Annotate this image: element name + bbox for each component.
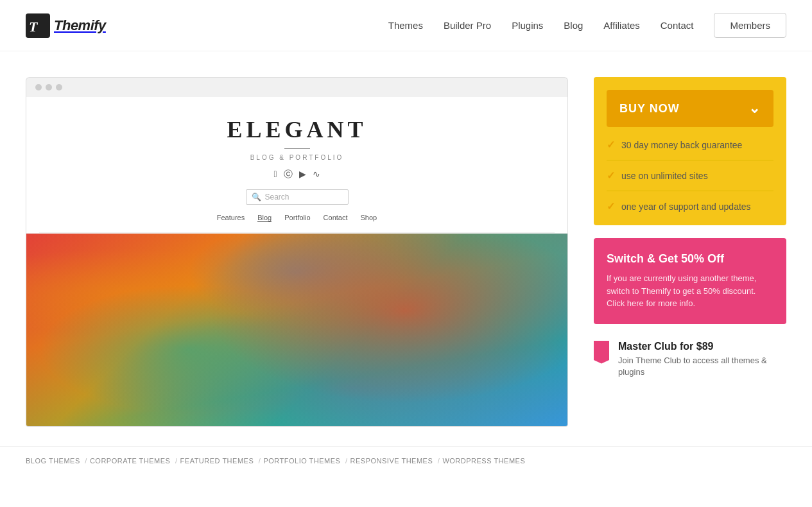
nav-link-contact: Contact (324, 214, 348, 222)
theme-tags: BLOG THEMES CORPORATE THEMES FEATURED TH… (0, 446, 812, 475)
switch-title: Switch & Get 50% Off (607, 252, 773, 266)
browser-body: ELEGANT BLOG & PORTFOLIO  ⓒ ▶ ∿ 🔍 Searc… (26, 97, 568, 427)
facebook-icon:  (273, 169, 277, 180)
logo-svg: T (26, 13, 50, 38)
guarantee-list: ✓ 30 day money back guarantee ✓ use on u… (607, 139, 773, 212)
nav-link-features: Features (217, 214, 245, 222)
tag-corporate-themes[interactable]: CORPORATE THEMES (90, 457, 180, 465)
nav-themes[interactable]: Themes (388, 20, 423, 31)
members-button[interactable]: Members (714, 13, 786, 38)
bookmark-icon (594, 341, 609, 364)
site-header: T Themify Themes Builder Pro Plugins Blo… (0, 0, 812, 51)
browser-dot-3 (56, 84, 62, 90)
browser-chrome (26, 77, 568, 97)
tag-wordpress-themes[interactable]: WORDPRESS THEMES (442, 457, 525, 465)
theme-social-icons:  ⓒ ▶ ∿ (39, 169, 555, 180)
switch-box: Switch & Get 50% Off If you are currentl… (594, 238, 786, 324)
nav-link-blog: Blog (257, 214, 272, 222)
search-icon: 🔍 (252, 193, 261, 202)
guarantee-text-2: use on unlimited sites (621, 171, 708, 181)
nav-builder-pro[interactable]: Builder Pro (444, 20, 491, 31)
nav-link-portfolio: Portfolio (284, 214, 310, 222)
svg-text:T: T (29, 19, 39, 35)
main-content: ELEGANT BLOG & PORTFOLIO  ⓒ ▶ ∿ 🔍 Searc… (0, 51, 812, 446)
theme-hero-image (26, 234, 567, 426)
theme-divider (284, 148, 310, 149)
twitter-icon: ⓒ (284, 169, 293, 180)
check-icon-1: ✓ (607, 139, 615, 151)
theme-preview: ELEGANT BLOG & PORTFOLIO  ⓒ ▶ ∿ 🔍 Searc… (26, 77, 568, 427)
rss-icon: ∿ (313, 169, 320, 180)
theme-title: ELEGANT (39, 116, 555, 143)
theme-nav-links: Features Blog Portfolio Contact Shop (39, 214, 555, 233)
nav-link-shop: Shop (361, 214, 377, 222)
search-placeholder: Search (265, 193, 289, 202)
theme-mockup: ELEGANT BLOG & PORTFOLIO  ⓒ ▶ ∿ 🔍 Searc… (26, 97, 567, 234)
guarantee-item-3: ✓ one year of support and updates (607, 200, 773, 212)
guarantee-text-1: 30 day money back guarantee (621, 140, 742, 150)
buy-now-button[interactable]: BUY NOW ⌄ (607, 90, 773, 127)
chevron-down-icon: ⌄ (748, 100, 761, 117)
tag-responsive-themes[interactable]: RESPONSIVE THEMES (350, 457, 443, 465)
logo-text: Themify (54, 17, 106, 34)
master-club-box: Master Club for $89 Join Theme Club to a… (594, 337, 786, 382)
guarantee-text-3: one year of support and updates (621, 202, 751, 212)
check-icon-3: ✓ (607, 200, 615, 212)
guarantee-item-1: ✓ 30 day money back guarantee (607, 139, 773, 160)
main-nav: Themes Builder Pro Plugins Blog Affiliat… (388, 13, 786, 38)
tag-portfolio-themes[interactable]: PORTFOLIO THEMES (263, 457, 350, 465)
nav-affiliates[interactable]: Affiliates (603, 20, 639, 31)
buy-now-label: BUY NOW (619, 102, 680, 116)
browser-dot-2 (46, 84, 52, 90)
buy-now-box: BUY NOW ⌄ ✓ 30 day money back guarantee … (594, 77, 786, 225)
master-club-title: Master Club for $89 (618, 341, 786, 352)
tag-featured-themes[interactable]: FEATURED THEMES (180, 457, 264, 465)
check-icon-2: ✓ (607, 169, 615, 182)
nav-blog[interactable]: Blog (564, 20, 583, 31)
theme-search-bar: 🔍 Search (246, 189, 349, 205)
nav-contact[interactable]: Contact (661, 20, 694, 31)
master-club-description: Join Theme Club to access all themes & p… (618, 355, 786, 378)
tag-blog-themes[interactable]: BLOG THEMES (26, 457, 90, 465)
browser-dot-1 (35, 84, 42, 90)
logo-link[interactable]: T Themify (26, 13, 106, 38)
theme-subtitle: BLOG & PORTFOLIO (39, 154, 555, 161)
nav-plugins[interactable]: Plugins (512, 20, 543, 31)
switch-text: If you are currently using another theme… (607, 272, 773, 310)
youtube-icon: ▶ (299, 169, 306, 180)
guarantee-item-2: ✓ use on unlimited sites (607, 169, 773, 191)
sidebar: BUY NOW ⌄ ✓ 30 day money back guarantee … (594, 77, 786, 427)
master-club-text: Master Club for $89 Join Theme Club to a… (618, 341, 786, 378)
